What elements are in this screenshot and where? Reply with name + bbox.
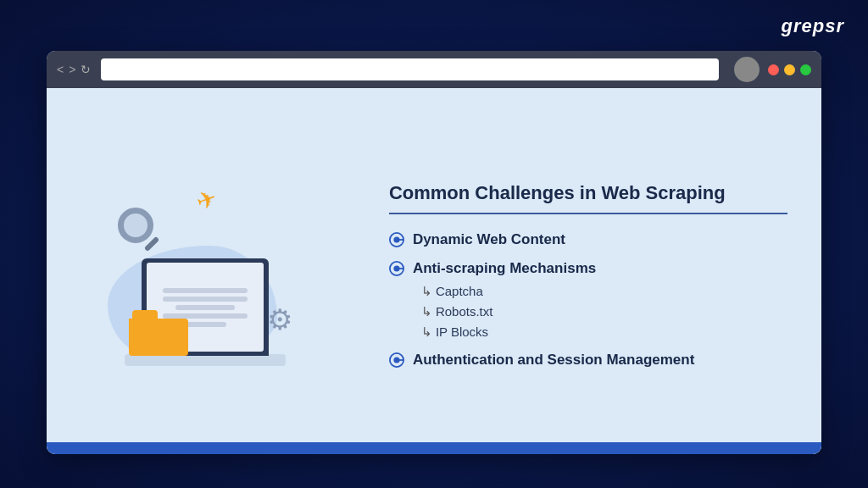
minimize-button[interactable] xyxy=(784,64,795,75)
arrow-icon-ipblocks: ↳ xyxy=(421,324,432,339)
mag-handle xyxy=(144,236,159,252)
folder-body xyxy=(129,319,188,356)
list-item: Dynamic Web Content xyxy=(389,231,787,248)
challenge-label-auth: Authentication and Session Management xyxy=(413,352,695,369)
folder-icon xyxy=(129,310,188,354)
doc-line-5 xyxy=(184,322,226,327)
arrow-icon-robots: ↳ xyxy=(421,304,432,319)
refresh-button[interactable]: ↻ xyxy=(81,63,91,76)
toolbar-left: < > ↻ xyxy=(57,57,760,82)
browser-window: < > ↻ xyxy=(47,51,821,454)
doc-line-1 xyxy=(163,288,248,293)
window-controls xyxy=(768,64,811,75)
bullet-icon-antiscraping xyxy=(389,261,404,276)
profile-avatar[interactable] xyxy=(734,57,760,82)
list-item: Authentication and Session Management xyxy=(389,352,787,369)
magnifier-icon xyxy=(118,208,164,254)
sub-item-ipblocks: ↳IP Blocks xyxy=(421,324,596,340)
doc-line-3 xyxy=(175,305,234,310)
forward-button[interactable]: > xyxy=(69,63,75,76)
nav-buttons: < > ↻ xyxy=(57,63,91,76)
antiscraping-group: Anti-scraping Mechanisms ↳Captcha ↳Robot… xyxy=(413,260,596,340)
gear-icon: ⚙ xyxy=(267,305,301,339)
illustration: ⚙ ✈ xyxy=(99,161,320,381)
close-button[interactable] xyxy=(768,64,779,75)
sub-item-robots: ↳Robots.txt xyxy=(421,304,596,319)
list-item: Anti-scraping Mechanisms ↳Captcha ↳Robot… xyxy=(389,260,787,340)
browser-content: ⚙ ✈ Common Challenges in Web Scraping Dy… xyxy=(47,88,821,454)
doc-line-2 xyxy=(163,297,248,302)
content-area: Common Challenges in Web Scraping Dynami… xyxy=(372,88,821,454)
sub-item-captcha: ↳Captcha xyxy=(421,284,596,299)
bullet-icon-dynamic xyxy=(389,232,404,247)
title-divider xyxy=(389,213,787,214)
illustration-area: ⚙ ✈ xyxy=(47,88,372,454)
challenge-label-dynamic: Dynamic Web Content xyxy=(413,231,565,248)
browser-toolbar: < > ↻ xyxy=(47,51,821,88)
page-title: Common Challenges in Web Scraping xyxy=(389,182,787,204)
grepsr-logo: grepsr xyxy=(782,15,844,37)
maximize-button[interactable] xyxy=(800,64,811,75)
address-bar[interactable] xyxy=(101,58,719,80)
laptop-base xyxy=(125,354,286,366)
bullet-icon-auth xyxy=(389,352,404,368)
back-button[interactable]: < xyxy=(57,63,64,76)
challenge-list: Dynamic Web Content Anti-scraping Mechan… xyxy=(389,231,787,369)
arrow-icon-captcha: ↳ xyxy=(421,284,432,298)
sub-list-antiscraping: ↳Captcha ↳Robots.txt ↳IP Blocks xyxy=(413,284,596,340)
challenge-label-antiscraping: Anti-scraping Mechanisms xyxy=(413,260,596,276)
folder-tab xyxy=(132,310,158,319)
bottom-bar xyxy=(47,442,821,454)
mag-circle xyxy=(118,208,153,243)
paper-plane-icon: ✈ xyxy=(192,184,220,217)
